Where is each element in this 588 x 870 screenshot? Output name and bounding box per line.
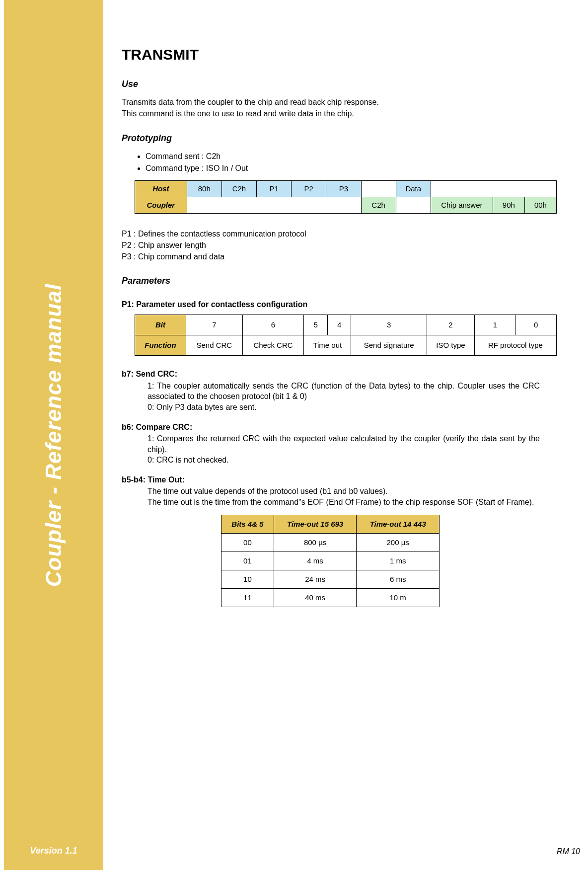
func-2: ISO type (427, 335, 475, 356)
bullet-command-type: Command type : ISO In / Out (146, 163, 573, 174)
bit-table: Bit 7 6 5 4 3 2 1 0 Function Send CRC Ch… (135, 315, 557, 356)
b5b4-title: b5-b4: Time Out: (122, 475, 573, 485)
func-6: Check CRC (242, 335, 304, 356)
proto-host-c6 (361, 181, 396, 197)
to-h3: Time-out 14 443 (357, 515, 440, 533)
bullet-command-sent: Command sent : C2h (146, 151, 573, 162)
def-p3: P3 : Chip command and data (122, 251, 573, 262)
b5b4-body: The time out value depends of the protoc… (147, 486, 540, 507)
use-line1: Transmits data from the coupler to the c… (122, 97, 573, 108)
b5b4-l1: The time out value depends of the protoc… (147, 486, 540, 497)
b6-title: b6: Compare CRC: (122, 422, 573, 433)
to-r1-c2: 1 ms (357, 552, 440, 570)
use-text: Transmits data from the coupler to the c… (122, 97, 573, 119)
proto-host-c5: P3 (326, 181, 361, 197)
proto-row-host: Host 80h C2h P1 P2 P3 Data (135, 181, 557, 197)
table-row: 00 800 µs 200 µs (221, 533, 440, 552)
def-p2: P2 : Chip answer length (122, 240, 573, 251)
bit-0: 0 (515, 315, 557, 335)
proto-host-label: Host (135, 181, 187, 197)
table-row: 01 4 ms 1 ms (221, 552, 440, 570)
bit-6: 6 (242, 315, 304, 335)
b6-body: 1: Compares the returned CRC with the ex… (147, 433, 540, 466)
bit-5: 5 (304, 315, 327, 335)
to-r0-c1: 800 µs (274, 533, 357, 552)
proto-host-c2: C2h (221, 181, 256, 197)
to-r2-c1: 24 ms (274, 570, 357, 588)
func-7: Send CRC (186, 335, 243, 356)
b6-l1: 1: Compares the returned CRC with the ex… (147, 433, 540, 455)
proto-definitions: P1 : Defines the contactless communicati… (122, 229, 573, 262)
b7-l1: 1: The coupler automatically sends the C… (147, 381, 540, 402)
timeout-header: Bits 4& 5 Time-out 15 693 Time-out 14 44… (221, 515, 440, 533)
to-r1-c1: 4 ms (274, 552, 357, 570)
section-parameters: Parameters (122, 275, 573, 287)
b7-body: 1: The coupler automatically sends the C… (147, 381, 540, 413)
content: TRANSMIT Use Transmits data from the cou… (122, 45, 573, 607)
b7-l2: 0: Only P3 data bytes are sent. (147, 402, 540, 413)
to-r2-c0: 10 (221, 570, 274, 588)
b6-l2: 0: CRC is not checked. (147, 455, 540, 466)
b7-title: b7: Send CRC: (122, 369, 573, 380)
sidebar: Coupler - Reference manual Version 1.1 (4, 0, 103, 870)
proto-host-c4: P2 (292, 181, 326, 197)
proto-coupler-c6: C2h (361, 197, 396, 214)
bit-4: 4 (327, 315, 351, 335)
proto-host-tail (431, 181, 556, 197)
proto-host-c1: 80h (187, 181, 221, 197)
to-r3-c0: 11 (221, 588, 274, 607)
func-5-4: Time out (304, 335, 351, 356)
to-r3-c2: 10 m (357, 588, 440, 607)
proto-coupler-label: Coupler (135, 197, 187, 214)
proto-host-c7: Data (396, 181, 431, 197)
func-3: Send signature (351, 335, 427, 356)
to-r2-c2: 6 ms (357, 570, 440, 588)
func-row: Function Send CRC Check CRC Time out Sen… (135, 335, 557, 356)
sidebar-title: Coupler - Reference manual (41, 283, 66, 586)
use-line2: This command is the one to use to read a… (122, 108, 573, 119)
bit-descriptions: b7: Send CRC: 1: The coupler automatical… (122, 369, 573, 607)
func-1-0: RF protocol type (474, 335, 556, 356)
bit-row: Bit 7 6 5 4 3 2 1 0 (135, 315, 557, 335)
section-use: Use (122, 78, 573, 90)
b5b4-l2: The time out is the time from the comman… (147, 497, 540, 508)
to-h1: Bits 4& 5 (221, 515, 274, 533)
bit-2: 2 (427, 315, 475, 335)
to-r1-c0: 01 (221, 552, 274, 570)
footer-page-number: RM 10 (557, 847, 580, 856)
prototyping-table: Host 80h C2h P1 P2 P3 Data Coupler C2h C… (135, 180, 557, 214)
to-h2: Time-out 15 693 (274, 515, 357, 533)
proto-coupler-c10: 00h (524, 197, 556, 214)
prototyping-bullets: Command sent : C2h Command type : ISO In… (122, 151, 573, 173)
bit-3: 3 (351, 315, 427, 335)
parameters-sub1: P1: Parameter used for contactless confi… (122, 299, 573, 310)
table-row: 10 24 ms 6 ms (221, 570, 440, 588)
page-title: TRANSMIT (122, 45, 573, 65)
proto-coupler-c8: Chip answer (431, 197, 493, 214)
page: Coupler - Reference manual Version 1.1 T… (0, 0, 588, 870)
section-prototyping: Prototyping (122, 132, 573, 144)
bit-1: 1 (474, 315, 515, 335)
table-row: 11 40 ms 10 m (221, 588, 440, 607)
func-label: Function (135, 335, 186, 356)
bit-7: 7 (186, 315, 243, 335)
def-p1: P1 : Defines the contactless communicati… (122, 229, 573, 239)
proto-coupler-lead (187, 197, 361, 214)
to-r0-c2: 200 µs (357, 533, 440, 552)
proto-coupler-gap (396, 197, 431, 214)
proto-host-c3: P1 (257, 181, 292, 197)
proto-row-coupler: Coupler C2h Chip answer 90h 00h (135, 197, 557, 214)
sidebar-version: Version 1.1 (4, 846, 103, 856)
timeout-table: Bits 4& 5 Time-out 15 693 Time-out 14 44… (221, 515, 440, 607)
to-r3-c1: 40 ms (274, 588, 357, 607)
proto-coupler-c9: 90h (493, 197, 524, 214)
bit-label: Bit (135, 315, 186, 335)
to-r0-c0: 00 (221, 533, 274, 552)
